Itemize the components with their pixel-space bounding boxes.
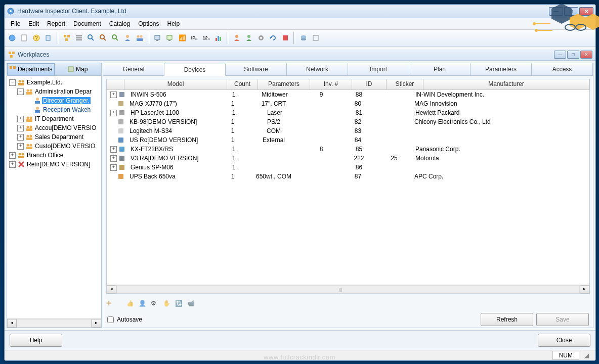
sync-icon[interactable]: 🔃 [175,300,184,309]
device-row[interactable]: +Genius SP-M06186 [107,163,589,172]
tool-globe-icon[interactable] [7,32,18,43]
menu-help[interactable]: Help [163,19,184,28]
sub-minimize-button[interactable]: — [554,51,566,59]
menu-document[interactable]: Document [69,19,105,28]
tree-node[interactable]: +IT Department [8,114,100,123]
tool-usrg-icon[interactable] [243,32,254,43]
col-sticker[interactable]: Sticker [387,79,423,89]
tool3-icon[interactable]: ⚙ [151,300,160,309]
department-tree[interactable]: −Example.Ltd.−Administration DeparDirect… [7,76,101,318]
grid-hscroll[interactable]: ◂|||▸ [107,285,589,294]
device-row[interactable]: US Ro[DEMO VERSION]1External84 [107,135,589,145]
device-row[interactable]: Logitech M-S341COM83 [107,126,589,135]
col-model[interactable]: Model [124,79,227,89]
refresh-button[interactable]: Refresh [481,313,533,326]
menu-options[interactable]: Options [134,19,163,28]
menu-edit[interactable]: Edit [24,19,43,28]
tab-software[interactable]: Software [226,63,287,75]
tool-net-icon[interactable]: 📶 [177,32,188,43]
minimize-button[interactable]: — [549,7,563,16]
svg-rect-23 [155,35,160,39]
menu-catalog[interactable]: Catalog [105,19,134,28]
col-inv[interactable]: Inv. # [310,79,352,89]
device-row[interactable]: +V3 RA[DEMO VERSION]122225Motorola [107,154,589,163]
tool-org-icon[interactable] [61,32,72,43]
device-row[interactable]: MAG XJ770 (17")117", CRT80MAG Innovision [107,99,589,108]
col-manufacturer[interactable]: Manufacturer [423,79,589,89]
svg-point-57 [30,117,32,119]
tab-map[interactable]: Map [55,63,102,75]
tool-12-icon[interactable]: 12.. [201,32,212,43]
tool1-icon[interactable]: 👍 [126,300,136,309]
tool-pc2-icon[interactable] [164,32,176,43]
tool4-icon[interactable]: ✋ [163,300,172,309]
tool5-icon[interactable]: 📹 [187,300,196,309]
autosave-checkbox[interactable] [107,316,114,323]
save-button[interactable]: Save [536,313,589,326]
sub-title: Workplaces [18,51,554,58]
tree-node[interactable]: +Custo[DEMO VERSIO [8,142,100,151]
tree-node[interactable]: −Example.Ltd. [8,78,100,87]
col-parameters[interactable]: Parameters [258,79,310,89]
tree-node[interactable]: +Retir[DEMO VERSION] [8,160,100,169]
tab-devices[interactable]: Devices [164,64,226,76]
tab-departments[interactable]: Departments [7,63,55,75]
tool-search3-icon[interactable] [110,32,121,43]
tool-pc1-icon[interactable] [152,32,163,43]
tool-refresh-icon[interactable] [268,32,279,43]
tool-help-icon[interactable]: ? [31,32,42,43]
tool-db-icon[interactable] [298,32,309,43]
tree-hscroll[interactable]: ◂▸ [7,318,101,328]
tool-search1-icon[interactable] [85,32,97,43]
col-id[interactable]: ID [352,79,387,89]
tree-node[interactable]: Director Granger, [8,96,100,105]
close-button-footer[interactable]: Close [538,334,590,347]
device-row[interactable]: +HP LaserJet 11001Laser81Hewlett Packard [107,108,589,117]
tool-copy-icon[interactable] [43,32,54,43]
svg-rect-77 [119,147,124,152]
menu-file[interactable]: File [7,19,24,28]
tree-node[interactable]: +Branch Office [8,151,100,160]
add-icon[interactable]: ✚ [106,300,115,309]
device-row[interactable]: KB-98[DEMO VERSION]1PS/282Chicony Electr… [107,117,589,126]
close-button[interactable]: ✕ [579,7,593,16]
tool-cfg-icon[interactable] [310,32,321,43]
autosave-label: Autosave [117,316,142,323]
tab-access[interactable]: Access [532,63,593,75]
tool-gear-icon[interactable] [255,32,267,43]
tab-general[interactable]: General [103,63,164,75]
menu-report[interactable]: Report [43,19,69,28]
tool-search2-icon[interactable] [98,32,109,43]
tree-node[interactable]: +Sales Department [8,132,100,142]
main-toolbar: ? 📶 IP.. 12.. [5,30,595,47]
grid-body[interactable]: +INWIN S-5061Miditower988IN-WIN Developm… [107,90,589,285]
svg-rect-76 [118,138,123,143]
svg-rect-44 [13,66,16,69]
maximize-button[interactable]: □ [564,7,578,16]
help-button[interactable]: Help [10,334,62,347]
tool-chart-icon[interactable] [213,32,224,43]
tab-parameters[interactable]: Parameters [470,63,532,75]
tab-network[interactable]: Network [287,63,348,75]
sub-maximize-button[interactable]: □ [567,51,579,59]
sub-header: Workplaces — □ ✕ [5,49,595,61]
tool-ip-icon[interactable]: IP.. [189,32,200,43]
tool-user-icon[interactable] [122,32,133,43]
tree-node[interactable]: −Administration Depar [8,87,100,96]
tool-list-icon[interactable] [73,32,84,43]
device-row[interactable]: UPS Back 650va1650wt., COM87APC Corp. [107,172,589,181]
tool-users-icon[interactable] [134,32,145,43]
sub-close-button[interactable]: ✕ [580,51,592,59]
grid-header[interactable]: Model Count Parameters Inv. # ID Sticker… [107,79,589,90]
tab-plan[interactable]: Plan [409,63,470,75]
tree-node[interactable]: +Accou[DEMO VERSIO [8,123,100,132]
device-row[interactable]: +INWIN S-5061Miditower988IN-WIN Developm… [107,90,589,99]
device-row[interactable]: +KX-FT22BX/RS1885Panasonic Corp. [107,145,589,154]
tool-doc-icon[interactable] [19,32,30,43]
col-count[interactable]: Count [227,79,258,89]
tool2-icon[interactable]: 👤 [139,300,148,309]
tool-usr2-icon[interactable] [231,32,242,43]
tab-import[interactable]: Import [348,63,409,75]
tool-stop-icon[interactable] [280,32,291,43]
tree-node[interactable]: Reception Wakeh [8,105,100,114]
